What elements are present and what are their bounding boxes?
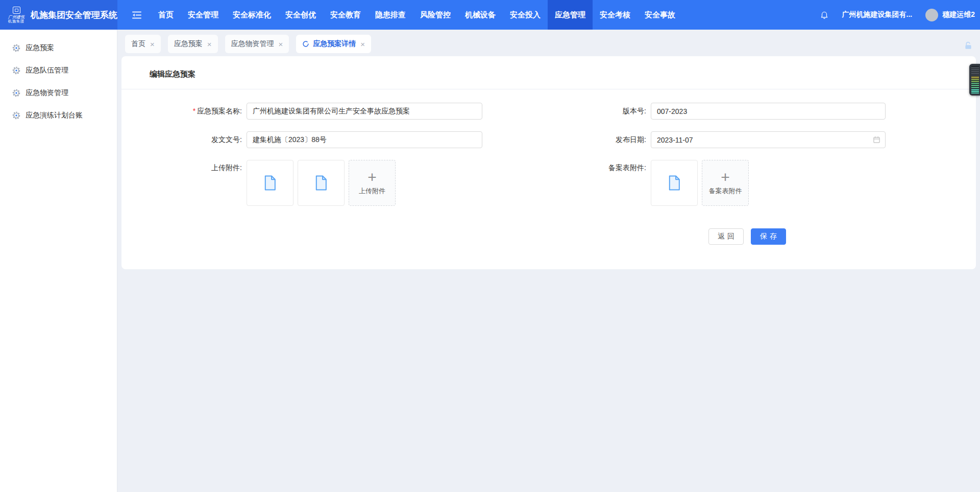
doc-number-input[interactable] bbox=[247, 131, 482, 148]
attachment-file-card[interactable] bbox=[298, 160, 345, 206]
sidebar-item-emergency-supplies[interactable]: 应急物资管理 bbox=[0, 82, 117, 104]
page-title: 编辑应急预案 bbox=[121, 56, 976, 79]
save-button[interactable]: 保存 bbox=[751, 228, 786, 245]
record-attachments-area: + 备案表附件 bbox=[651, 160, 749, 206]
unlock-icon[interactable] bbox=[964, 41, 973, 50]
plus-icon: + bbox=[368, 170, 377, 184]
form-actions: 返回 保存 bbox=[121, 228, 976, 245]
document-icon bbox=[313, 175, 329, 191]
close-icon[interactable]: × bbox=[279, 40, 283, 49]
nav-item-investment[interactable]: 安全投入 bbox=[503, 0, 548, 30]
tab-bar: 首页 × 应急预案 × 应急物资管理 × 应急预案详情 × bbox=[117, 30, 980, 56]
attachments-label: 上传附件: bbox=[121, 160, 247, 173]
tab-home[interactable]: 首页 × bbox=[125, 35, 161, 53]
sidebar-item-label: 应急演练计划台账 bbox=[26, 111, 83, 120]
username[interactable]: 穗建运维2 bbox=[942, 10, 975, 19]
logo-block: 广州建筑 机施集团 机施集团安全管理系统 bbox=[0, 0, 117, 30]
bell-icon[interactable] bbox=[820, 10, 829, 20]
record-file-card[interactable] bbox=[651, 160, 698, 206]
performance-monitor-widget[interactable] bbox=[969, 64, 980, 96]
sidebar-item-label: 应急队伍管理 bbox=[26, 66, 68, 75]
version-input[interactable] bbox=[651, 103, 886, 120]
nav-item-accidents[interactable]: 安全事故 bbox=[638, 0, 682, 30]
logo-text-top: 广州建筑 bbox=[8, 15, 24, 19]
close-icon[interactable]: × bbox=[150, 40, 155, 49]
plus-icon: + bbox=[721, 170, 730, 184]
nav-item-standardization[interactable]: 安全标准化 bbox=[226, 0, 278, 30]
close-icon[interactable]: × bbox=[207, 40, 212, 49]
nav-item-risk-control[interactable]: 风险管控 bbox=[413, 0, 458, 30]
publish-date-label: 发布日期: bbox=[482, 135, 651, 145]
logo-text-bottom: 机施集团 bbox=[8, 19, 24, 23]
tab-label: 应急预案 bbox=[174, 39, 203, 49]
upload-record-attachment-button[interactable]: + 备案表附件 bbox=[702, 160, 749, 206]
upload-attachment-label: 上传附件 bbox=[359, 186, 385, 196]
gear-icon bbox=[12, 89, 20, 97]
app-title: 机施集团安全管理系统 bbox=[31, 9, 117, 21]
nav-item-machinery[interactable]: 机械设备 bbox=[458, 0, 503, 30]
back-button[interactable]: 返回 bbox=[708, 228, 744, 245]
publish-date-input[interactable] bbox=[651, 131, 886, 148]
plan-name-input[interactable] bbox=[247, 103, 482, 120]
main-nav: 首页 安全管理 安全标准化 安全创优 安全教育 隐患排查 风险管控 机械设备 安… bbox=[117, 0, 682, 30]
performance-monitor-stripes bbox=[971, 66, 979, 93]
top-navbar: 广州建筑 机施集团 机施集团安全管理系统 首页 安全管理 安全标准化 安全创优 … bbox=[0, 0, 980, 30]
sidebar-item-label: 应急物资管理 bbox=[26, 88, 68, 98]
tab-emergency-plan-detail[interactable]: 应急预案详情 × bbox=[296, 35, 371, 53]
sidebar-item-emergency-plan[interactable]: 应急预案 bbox=[0, 37, 117, 59]
avatar[interactable] bbox=[925, 9, 938, 21]
tab-label: 首页 bbox=[131, 39, 145, 49]
gear-icon bbox=[12, 44, 20, 52]
record-attachments-label: 备案表附件: bbox=[482, 160, 651, 173]
tab-emergency-plan[interactable]: 应急预案 × bbox=[168, 35, 218, 53]
document-icon bbox=[667, 175, 682, 191]
navbar-right: 广州机施建设集团有... 穗建运维2 bbox=[820, 0, 980, 30]
tab-label: 应急预案详情 bbox=[313, 39, 356, 49]
version-label: 版本号: bbox=[482, 107, 651, 116]
edit-plan-card: 编辑应急预案 *应急预案名称: 版本号: 发 bbox=[121, 56, 976, 269]
edit-plan-form: *应急预案名称: 版本号: 发文文号: 发布日期: bbox=[121, 89, 976, 245]
company-logo: 广州建筑 机施集团 bbox=[7, 7, 26, 24]
logo-emblem-icon bbox=[13, 7, 20, 14]
sidebar-item-emergency-team[interactable]: 应急队伍管理 bbox=[0, 59, 117, 82]
company-name[interactable]: 广州机施建设集团有... bbox=[842, 10, 913, 19]
tab-emergency-supplies[interactable]: 应急物资管理 × bbox=[225, 35, 289, 53]
main-content: 首页 × 应急预案 × 应急物资管理 × 应急预案详情 × bbox=[117, 30, 980, 492]
attachments-area: + 上传附件 bbox=[247, 160, 396, 206]
upload-record-attachment-label: 备案表附件 bbox=[709, 186, 742, 196]
sidebar-item-drill-ledger[interactable]: 应急演练计划台账 bbox=[0, 104, 117, 127]
nav-item-excellence[interactable]: 安全创优 bbox=[278, 0, 323, 30]
sidebar-item-label: 应急预案 bbox=[26, 43, 54, 53]
refresh-icon[interactable] bbox=[302, 40, 309, 48]
gear-icon bbox=[12, 66, 20, 75]
plan-name-label: *应急预案名称: bbox=[121, 107, 247, 116]
nav-item-safety-mgmt[interactable]: 安全管理 bbox=[181, 0, 226, 30]
nav-item-education[interactable]: 安全教育 bbox=[323, 0, 368, 30]
document-icon bbox=[262, 175, 278, 191]
nav-item-home[interactable]: 首页 bbox=[151, 0, 181, 30]
upload-attachment-button[interactable]: + 上传附件 bbox=[349, 160, 396, 206]
tab-label: 应急物资管理 bbox=[231, 39, 274, 49]
required-mark: * bbox=[193, 107, 195, 115]
nav-item-hazard-check[interactable]: 隐患排查 bbox=[368, 0, 413, 30]
close-icon[interactable]: × bbox=[360, 40, 365, 49]
menu-fold-icon[interactable] bbox=[117, 11, 151, 19]
attachment-file-card[interactable] bbox=[247, 160, 293, 206]
nav-item-assessment[interactable]: 安全考核 bbox=[593, 0, 638, 30]
nav-item-emergency[interactable]: 应急管理 bbox=[548, 0, 593, 30]
sidebar: 应急预案 应急队伍管理 应急物资管理 bbox=[0, 30, 117, 492]
doc-number-label: 发文文号: bbox=[121, 135, 247, 145]
gear-icon bbox=[12, 111, 20, 120]
